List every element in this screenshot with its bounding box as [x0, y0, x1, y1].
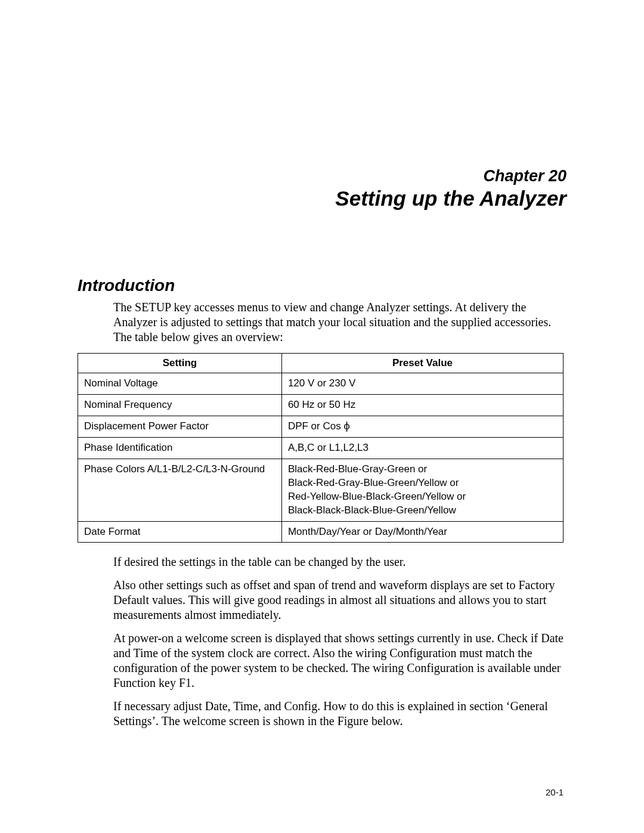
- cell-preset: Month/Day/Year or Day/Month/Year: [281, 521, 563, 543]
- settings-table: Setting Preset Value Nominal Voltage120 …: [78, 353, 564, 543]
- cell-preset: A,B,C or L1,L2,L3: [281, 437, 563, 459]
- cell-preset: 60 Hz or 50 Hz: [281, 394, 563, 416]
- body-paragraph: If desired the settings in the table can…: [113, 555, 566, 569]
- table-row: Phase IdentificationA,B,C or L1,L2,L3: [78, 437, 564, 459]
- cell-setting: Date Format: [78, 521, 282, 543]
- table-header-row: Setting Preset Value: [78, 354, 564, 373]
- cell-preset: DPF or Cos ϕ: [281, 416, 563, 437]
- table-row: Nominal Voltage120 V or 230 V: [78, 373, 564, 395]
- table-row: Displacement Power FactorDPF or Cos ϕ: [78, 416, 564, 437]
- cell-setting: Displacement Power Factor: [78, 416, 282, 437]
- chapter-title: Setting up the Analyzer: [78, 187, 566, 210]
- section-heading: Introduction: [78, 276, 566, 295]
- header-setting: Setting: [78, 354, 282, 373]
- body-paragraph: Also other settings such as offset and s…: [113, 578, 566, 623]
- cell-setting: Nominal Frequency: [78, 394, 282, 416]
- page-number: 20-1: [546, 787, 564, 797]
- cell-setting: Phase Identification: [78, 437, 282, 459]
- body-paragraph: If necessary adjust Date, Time, and Conf…: [113, 699, 566, 729]
- page-container: Chapter 20 Setting up the Analyzer Intro…: [0, 0, 644, 773]
- header-preset: Preset Value: [281, 354, 563, 373]
- cell-setting: Nominal Voltage: [78, 373, 282, 395]
- table-row: Date FormatMonth/Day/Year or Day/Month/Y…: [78, 521, 564, 543]
- body-paragraph: At power-on a welcome screen is displaye…: [113, 631, 566, 690]
- cell-preset: Black-Red-Blue-Gray-Green or Black-Red-G…: [281, 459, 563, 521]
- intro-paragraph: The SETUP key accesses menus to view and…: [113, 300, 566, 345]
- cell-preset: 120 V or 230 V: [281, 373, 563, 395]
- chapter-label: Chapter 20: [78, 167, 566, 185]
- table-row: Nominal Frequency60 Hz or 50 Hz: [78, 394, 564, 416]
- cell-setting: Phase Colors A/L1-B/L2-C/L3-N-Ground: [78, 459, 282, 521]
- table-row: Phase Colors A/L1-B/L2-C/L3-N-GroundBlac…: [78, 459, 564, 521]
